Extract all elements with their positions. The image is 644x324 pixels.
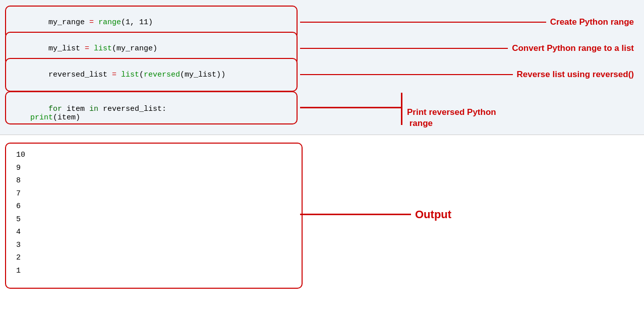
output-line-8: 3 [16,239,291,252]
code-row-4: for item in reversed_list: print(item) P… [5,90,634,125]
output-line-6: 5 [16,213,291,226]
h-line-2 [300,48,508,49]
code-var-3: reversed_list [48,71,107,79]
code-kw-4b: in [89,105,98,113]
output-annotation: Output [300,208,644,221]
code-rest-4: reversed_list: [98,105,166,113]
annotation-line-1: Create Python range [300,17,634,27]
output-line-9: 2 [16,251,291,265]
v-line-bottom [401,107,402,125]
output-line-1: 10 [16,149,291,162]
code-var-2: my_list [48,44,80,53]
code-fn-3b: reversed [144,71,180,79]
output-section: 10 9 8 7 6 5 4 3 2 1 Output [0,135,644,294]
code-row-1: my_range = range(1, 11) Create Python ra… [5,12,634,33]
annotation-text-3: Reverse list using reversed() [517,70,634,80]
annotation-text-4: Print reversed Python range [407,107,496,129]
code-fn-1: range [98,18,121,27]
h-line-4 [300,107,401,108]
annotation-text-1: Create Python range [550,17,634,27]
code-eq-2: = [80,44,94,53]
code-fn-2: list [94,44,112,53]
h-line-1 [300,22,546,23]
code-fn-4: print [30,113,53,122]
v-line-top [401,93,402,107]
annotation-line-3: Reverse list using reversed() [300,70,634,80]
output-line-10: 1 [16,265,291,278]
code-row-2: my_list = list(my_range) Convert Python … [5,38,634,59]
annotation-line-4: Print reversed Python range [300,107,634,129]
output-h-line [300,214,411,215]
output-line-5: 6 [16,200,291,213]
code-annotations: my_range = range(1, 11) Create Python ra… [5,9,634,125]
output-line-3: 8 [16,174,291,187]
code-var-1: my_range [48,18,85,27]
h-line-3 [300,74,513,76]
code-eq-1: = [85,18,98,27]
code-args-4: (item) [53,113,80,122]
code-block-4: for item in reversed_list: print(item) [5,91,298,124]
code-eq-3: = [107,71,121,79]
code-args-1: (1, 11) [121,18,153,27]
output-line-4: 7 [16,187,291,201]
code-fn-3a: list [121,71,139,79]
annotation-line-2: Convert Python range to a list [300,43,634,53]
code-kw-4a: for [48,105,62,113]
annotation-text-2: Convert Python range to a list [512,43,634,53]
output-label: Output [415,208,451,221]
output-box: 10 9 8 7 6 5 4 3 2 1 [5,143,303,289]
code-args-2: (my_range) [112,44,157,53]
code-block-3: reversed_list = list(reversed(my_list)) [5,58,298,92]
output-line-2: 9 [16,162,291,175]
code-row-3: reversed_list = list(reversed(my_list)) … [5,64,634,85]
code-indent-4 [12,113,30,122]
code-args-3: (my_list) [180,71,221,79]
output-line-7: 4 [16,226,291,239]
code-mid-4: item [62,105,89,113]
code-section: my_range = range(1, 11) Create Python ra… [0,0,644,135]
